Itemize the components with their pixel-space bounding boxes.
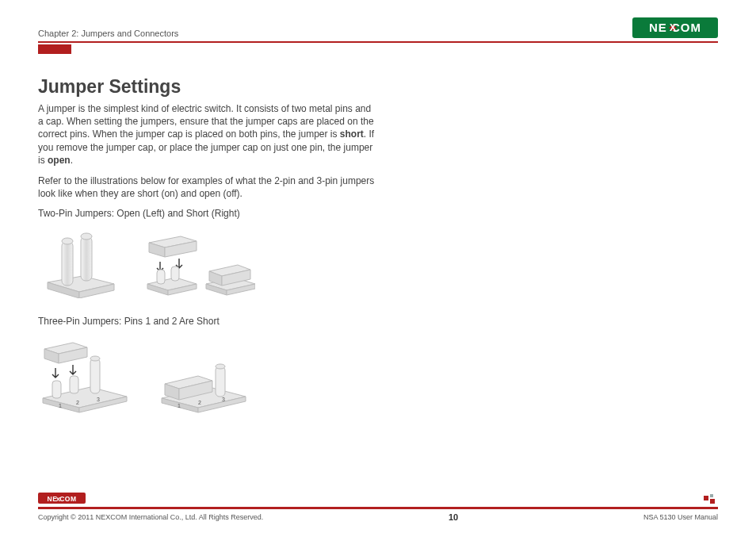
- chapter-label: Chapter 2: Jumpers and Connectors: [38, 29, 178, 38]
- three-pin-illustration: 1 2 3 1 2 3: [38, 335, 379, 414]
- nexcom-logo-small: NE COM X: [38, 493, 86, 504]
- svg-rect-32: [70, 376, 78, 393]
- svg-rect-44: [216, 366, 225, 397]
- svg-text:3: 3: [97, 397, 100, 402]
- svg-rect-54: [710, 499, 715, 504]
- svg-text:1: 1: [59, 403, 62, 408]
- header-rule: [38, 41, 718, 43]
- intro-paragraph: A jumper is the simplest kind of electri…: [38, 102, 379, 167]
- svg-point-45: [216, 364, 225, 369]
- nexcom-logo: NE COM X: [632, 17, 718, 38]
- p1-text-d: .: [71, 155, 73, 166]
- svg-rect-52: [704, 496, 708, 500]
- svg-text:X: X: [670, 22, 676, 33]
- section-title: Jumper Settings: [38, 76, 379, 98]
- svg-point-34: [90, 356, 100, 361]
- svg-rect-31: [52, 381, 61, 398]
- page-footer: NE COM X Copyright © 2011 NEXCOM Interna…: [38, 493, 718, 522]
- svg-rect-33: [90, 359, 100, 393]
- two-pin-illustration: [38, 227, 379, 298]
- svg-text:2: 2: [76, 400, 79, 405]
- svg-point-8: [81, 233, 92, 240]
- svg-text:3: 3: [222, 397, 225, 402]
- two-pin-subhead: Two-Pin Jumpers: Open (Left) and Short (…: [38, 208, 379, 219]
- three-pin-subhead: Three-Pin Jumpers: Pins 1 and 2 Are Shor…: [38, 316, 379, 327]
- svg-rect-17: [157, 270, 165, 284]
- svg-rect-18: [171, 266, 179, 281]
- svg-text:NE COM: NE COM: [48, 495, 77, 503]
- svg-rect-9: [62, 241, 73, 286]
- p1-text: A jumper is the simplest kind of electri…: [38, 103, 374, 140]
- bold-open: open: [48, 155, 71, 166]
- page-number: 10: [449, 512, 458, 522]
- copyright-text: Copyright © 2011 NEXCOM International Co…: [38, 513, 263, 521]
- svg-rect-53: [710, 494, 713, 497]
- svg-text:1: 1: [178, 403, 181, 408]
- svg-rect-7: [81, 236, 92, 281]
- manual-name: NSA 5130 User Manual: [643, 513, 718, 521]
- svg-text:X: X: [56, 496, 61, 503]
- footer-mark-icon: [704, 494, 718, 505]
- header-tab: [38, 44, 71, 54]
- svg-text:2: 2: [198, 400, 201, 405]
- footer-rule: [38, 507, 718, 509]
- bold-short: short: [340, 128, 364, 140]
- refer-paragraph: Refer to the illustrations below for exa…: [38, 174, 379, 200]
- svg-point-10: [62, 238, 73, 244]
